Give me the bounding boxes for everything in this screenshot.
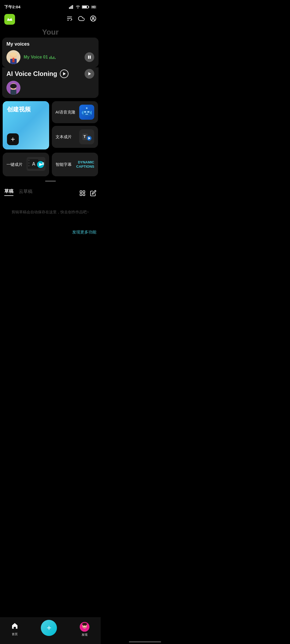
voice-avatar-1 [6, 50, 20, 64]
app-logo[interactable] [4, 14, 15, 25]
one-click-label: 一键成片 [6, 162, 23, 167]
svg-marker-22 [63, 72, 66, 75]
text-to-video-card[interactable]: 文本成片 T [52, 126, 98, 148]
discover-more-link[interactable]: 发现更多功能 [72, 230, 96, 234]
dynamic-text: DYNAMIC [78, 160, 94, 164]
feature-grid: 创建视频 + AI语音克隆 [0, 98, 101, 153]
smart-captions-card[interactable]: 智能字幕 DYNAMIC CAPTIONS [52, 153, 98, 176]
voice-waveform [49, 55, 56, 59]
top-icons [66, 15, 96, 23]
ai-cloning-banner: AI Voice Cloning [6, 67, 94, 81]
voice-pause-button[interactable] [85, 52, 94, 62]
svg-rect-2 [71, 6, 72, 9]
scroll-indicator [0, 178, 101, 184]
status-time: 下午2:04 [4, 5, 20, 10]
svg-marker-23 [88, 72, 91, 75]
draft-tabs: 草稿 云草稿 [4, 188, 32, 196]
svg-rect-52 [43, 162, 44, 165]
status-bar: 下午2:04 HD [0, 0, 101, 12]
draft-edit-icon[interactable] [90, 190, 96, 197]
svg-rect-18 [12, 60, 15, 62]
draft-tabs-row: 草稿 云草稿 [4, 188, 96, 199]
profile-circle-icon[interactable] [90, 15, 96, 23]
create-video-card[interactable]: 创建视频 + [3, 101, 49, 149]
svg-point-4 [77, 8, 78, 9]
svg-point-12 [92, 17, 94, 19]
one-click-svg: A [27, 157, 45, 171]
svg-rect-51 [42, 162, 43, 165]
svg-rect-31 [85, 114, 88, 115]
svg-rect-47 [28, 165, 30, 166]
ai-voice-clone-label: AI语音克隆 [56, 110, 75, 115]
ai-voice-clone-card[interactable]: AI语音克隆 [52, 101, 98, 123]
svg-rect-34 [82, 112, 82, 114]
wifi-icon [75, 5, 80, 9]
robot-icon [81, 107, 92, 118]
dynamic-captions-icon: DYNAMIC CAPTIONS [76, 160, 94, 168]
svg-rect-0 [69, 7, 70, 9]
svg-rect-20 [88, 56, 89, 59]
create-video-plus[interactable]: + [7, 133, 19, 145]
text-video-image: T [79, 129, 94, 144]
svg-rect-28 [83, 110, 91, 116]
svg-point-27 [10, 84, 17, 89]
svg-rect-55 [80, 194, 82, 196]
voice-name-1: My Voice 01 [24, 55, 81, 60]
draft-action-icons [79, 190, 96, 197]
svg-rect-6 [88, 6, 89, 8]
ai-voice-clone-icon [79, 105, 94, 120]
svg-text:T: T [84, 134, 86, 139]
svg-rect-56 [83, 194, 85, 196]
svg-rect-26 [10, 90, 16, 95]
draft-empty-state: 剪辑草稿会自动保存在这里，快去创作作品吧~ [4, 199, 96, 225]
text-video-svg: T [81, 131, 93, 143]
svg-rect-46 [28, 162, 30, 164]
svg-rect-37 [91, 111, 92, 115]
avatar-2-svg [6, 81, 20, 95]
my-voices-title: My voices [6, 41, 94, 47]
bottom-cards-row: 一键成片 A 智能字幕 DYNAM [0, 153, 101, 178]
scroll-dot [45, 181, 56, 182]
ai-cloning-card: AI Voice Cloning [2, 67, 99, 98]
cloud-icon[interactable] [78, 15, 85, 23]
ai-cloning-text: AI Voice Cloning [6, 70, 57, 78]
voice-avatar-2 [6, 81, 20, 95]
text-to-video-label: 文本成片 [56, 134, 72, 140]
captions-text: CAPTIONS [76, 164, 94, 169]
one-click-card[interactable]: 一键成片 A [3, 153, 49, 176]
svg-rect-54 [83, 191, 85, 193]
top-bar [0, 12, 101, 28]
draft-tab-cloud[interactable]: 云草稿 [19, 188, 32, 196]
list-filter-icon[interactable] [66, 15, 73, 23]
svg-rect-53 [80, 191, 82, 193]
avatar-svg [6, 50, 20, 64]
ai-voice-image [79, 105, 94, 120]
smart-captions-label: 智能字幕 [56, 162, 72, 167]
draft-empty-text: 剪辑草稿会自动保存在这里，快去创作作品吧~ [12, 210, 89, 214]
svg-point-19 [12, 58, 15, 60]
draft-grid-icon[interactable] [79, 190, 86, 197]
signal-icon [69, 5, 74, 9]
your-fade-text: Your [0, 28, 101, 38]
svg-rect-36 [90, 112, 91, 114]
right-column: AI语音克隆 [52, 101, 98, 149]
one-click-icon: A [27, 157, 45, 172]
voice-play-button[interactable] [85, 69, 94, 79]
svg-rect-45 [28, 160, 30, 161]
voice-item-1: My Voice 01 [6, 50, 94, 67]
svg-rect-7 [82, 6, 87, 8]
svg-rect-17 [10, 52, 17, 56]
voice-avatar-image [6, 50, 20, 64]
discover-more-section: 发现更多功能 [0, 225, 101, 262]
svg-point-33 [86, 107, 88, 109]
play-icon [62, 72, 66, 76]
draft-section: 草稿 云草稿 剪辑草稿会自动保存在这里，快去创作作品吧~ [0, 184, 101, 225]
crown-icon [6, 16, 13, 23]
text-to-video-icon: T [79, 129, 94, 144]
voice-item-2 [6, 81, 94, 98]
svg-rect-1 [70, 6, 71, 9]
draft-tab-local[interactable]: 草稿 [4, 188, 13, 196]
svg-rect-30 [87, 111, 89, 113]
pause-icon [87, 55, 92, 59]
ai-cloning-play-button[interactable] [60, 69, 68, 78]
